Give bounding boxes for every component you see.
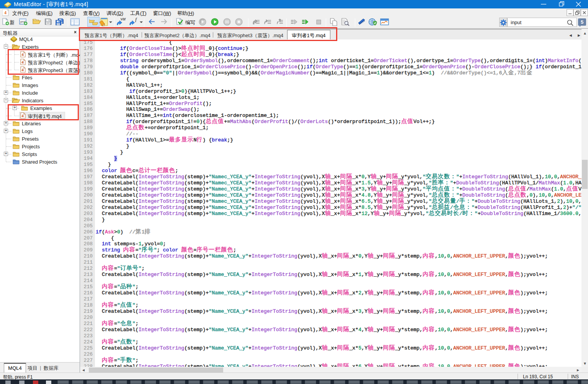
svg-text:4: 4 [4,10,7,15]
svg-text:var: var [121,17,126,21]
svg-text:f: f [135,17,137,22]
